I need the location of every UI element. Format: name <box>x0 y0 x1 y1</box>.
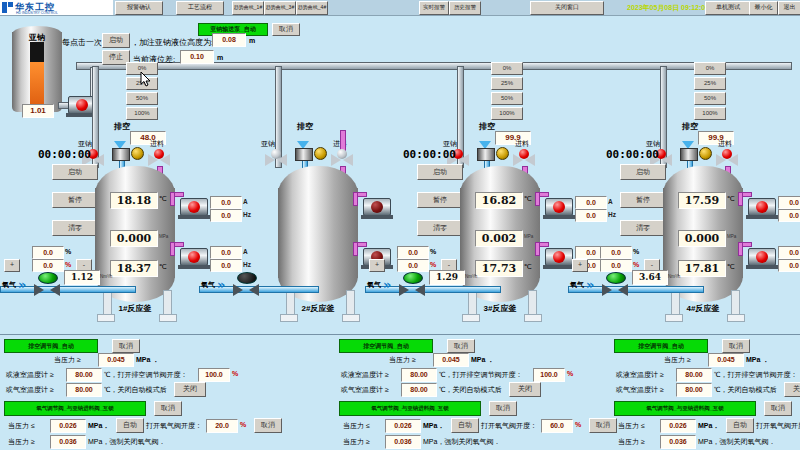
high-pressure-setpoint[interactable]: 0.036 <box>660 435 696 449</box>
vent-open-0-button[interactable]: 0% <box>491 62 523 75</box>
oxygen-valve-icon[interactable] <box>399 276 425 298</box>
close-valve-button[interactable]: 关闭 <box>509 382 541 397</box>
vent-valve-icon[interactable] <box>295 141 327 163</box>
cancel-button[interactable]: 取消 <box>447 339 475 353</box>
close-window-button[interactable]: 关闭窗口 <box>530 1 604 15</box>
stir-speed-value: 0.0 <box>600 246 632 259</box>
oxygen-valve-icon[interactable] <box>34 276 60 298</box>
liquid-temp-setpoint[interactable]: 80.00 <box>66 368 102 382</box>
realtime-alarm-button[interactable]: 实时报警 <box>419 1 449 15</box>
vent-open-setpoint[interactable]: 100.0 <box>533 368 565 382</box>
liquid-temp-setpoint[interactable]: 80.00 <box>401 368 437 382</box>
vent-valve-icon[interactable] <box>680 141 712 163</box>
low-pressure-setpoint[interactable]: 0.026 <box>50 419 86 433</box>
vent-pressure-setpoint[interactable]: 0.045 <box>433 353 469 367</box>
vent-open-100-button[interactable]: 100% <box>126 107 158 120</box>
stir-setpoint-value[interactable]: 0.0 <box>397 259 429 272</box>
agitator-pump-2[interactable] <box>180 248 208 266</box>
pause-button[interactable]: 暂停 <box>417 192 463 208</box>
stir-increase-button[interactable]: + <box>4 259 20 272</box>
cancel-button[interactable]: 取消 <box>489 401 517 416</box>
liquid-temp-setpoint[interactable]: 80.00 <box>676 368 712 382</box>
cancel-button[interactable]: 取消 <box>254 418 282 433</box>
cancel-button[interactable]: 取消 <box>154 401 182 416</box>
agitator-pump-1[interactable] <box>180 198 208 216</box>
cancel-button[interactable]: 取消 <box>764 401 792 416</box>
oxygen-interlock-button[interactable]: 氧气调节阀_与亚钠进料阀_互锁 <box>339 401 481 416</box>
vent-open-25-button[interactable]: 25% <box>694 77 726 90</box>
feed-valve-icon[interactable] <box>331 149 353 169</box>
stir-increase-button[interactable]: + <box>572 259 588 272</box>
cancel-button[interactable]: 取消 <box>722 339 750 353</box>
minimize-button[interactable]: 最小化 <box>749 1 778 15</box>
vent-open-50-button[interactable]: 50% <box>694 92 726 105</box>
clear-button[interactable]: 清零 <box>52 220 98 236</box>
start-button[interactable]: 启动 <box>52 164 98 180</box>
vent-open-setpoint[interactable]: 100.0 <box>198 368 230 382</box>
fill-start-button[interactable]: 启动 <box>102 33 130 48</box>
agitator-pump-2[interactable] <box>748 248 776 266</box>
vent-open-0-button[interactable]: 0% <box>694 62 726 75</box>
pause-button[interactable]: 暂停 <box>52 192 98 208</box>
trend-3-button[interactable]: 趋势曲线_3# <box>264 1 296 15</box>
start-button[interactable]: 启动 <box>417 164 463 180</box>
agitator-pump-1[interactable] <box>545 198 573 216</box>
close-valve-button[interactable]: 关闭 <box>174 382 206 397</box>
gas-temp-setpoint[interactable]: 80.00 <box>401 383 437 397</box>
auto-button[interactable]: 自动 <box>116 418 144 433</box>
oxygen-open-setpoint[interactable]: 60.0 <box>541 419 573 433</box>
clear-button[interactable]: 清零 <box>417 220 463 236</box>
high-pressure-setpoint[interactable]: 0.036 <box>385 435 421 449</box>
vent-open-50-button[interactable]: 50% <box>491 92 523 105</box>
vent-open-100-button[interactable]: 100% <box>694 107 726 120</box>
feed-valve-icon[interactable] <box>513 149 535 169</box>
agitator-pump-1[interactable] <box>748 198 776 216</box>
unit-pct: % <box>567 370 573 377</box>
vent-open-25-button[interactable]: 25% <box>491 77 523 90</box>
agitator-pump-2[interactable] <box>545 248 573 266</box>
low-pressure-setpoint[interactable]: 0.026 <box>660 419 696 433</box>
vent-auto-button[interactable]: 排空调节阀_自动 <box>614 339 708 353</box>
auto-button[interactable]: 自动 <box>451 418 479 433</box>
cancel-button[interactable]: 取消 <box>112 339 140 353</box>
pause-button[interactable]: 暂停 <box>620 192 666 208</box>
history-alarm-button[interactable]: 历史报警 <box>449 1 481 15</box>
trend-1-button[interactable]: 趋势曲线_1# <box>232 1 264 15</box>
low-pressure-setpoint[interactable]: 0.026 <box>385 419 421 433</box>
vent-open-100-button[interactable]: 100% <box>491 107 523 120</box>
oxygen-valve-icon[interactable] <box>233 276 259 298</box>
auto-button[interactable]: 自动 <box>726 418 754 433</box>
close-valve-button[interactable]: 关闭 <box>784 382 800 397</box>
exit-button[interactable]: 退出 <box>778 1 800 15</box>
oxygen-valve-icon[interactable] <box>602 276 628 298</box>
clear-button[interactable]: 清零 <box>620 220 666 236</box>
vent-auto-button[interactable]: 排空调节阀_自动 <box>339 339 433 353</box>
feed-valve-icon[interactable] <box>716 149 738 169</box>
vent-valve-icon[interactable] <box>112 141 144 163</box>
gas-temp-setpoint[interactable]: 80.00 <box>676 383 712 397</box>
standalone-test-button[interactable]: 单机测试 <box>705 1 751 15</box>
stir-increase-button[interactable]: + <box>369 259 385 272</box>
trend-4-button[interactable]: 趋势曲线_4# <box>296 1 328 15</box>
vent-pressure-setpoint[interactable]: 0.045 <box>708 353 744 367</box>
fill-height-field[interactable]: 0.08 <box>212 33 246 47</box>
stir-setpoint-value[interactable]: 0.0 <box>32 259 64 272</box>
oxygen-interlock-button[interactable]: 氧气调节阀_与亚钠进料阀_互锁 <box>614 401 756 416</box>
feed-valve-icon[interactable] <box>148 149 170 169</box>
vent-pressure-setpoint[interactable]: 0.045 <box>98 353 134 367</box>
vent-open-50-button[interactable]: 50% <box>126 92 158 105</box>
oxygen-interlock-button[interactable]: 氧气调节阀_与亚钠进料阀_互锁 <box>4 401 146 416</box>
start-button[interactable]: 启动 <box>620 164 666 180</box>
high-pressure-setpoint[interactable]: 0.036 <box>50 435 86 449</box>
vent-auto-button[interactable]: 排空调节阀_自动 <box>4 339 98 353</box>
nitrite-valve-icon[interactable] <box>265 149 287 169</box>
agitator-pump-1[interactable] <box>363 198 391 216</box>
nitrite-pump-cancel-button[interactable]: 取消 <box>272 23 300 36</box>
gas-temp-setpoint[interactable]: 80.00 <box>66 383 102 397</box>
stir-setpoint-value[interactable]: 0.0 <box>600 259 632 272</box>
process-flow-button[interactable]: 工艺流程 <box>176 1 224 15</box>
pump2-freq: 0.0 <box>778 259 800 272</box>
vent-valve-icon[interactable] <box>477 141 509 163</box>
alarm-ack-button[interactable]: 报警确认 <box>115 1 163 15</box>
oxygen-open-setpoint[interactable]: 20.0 <box>206 419 238 433</box>
